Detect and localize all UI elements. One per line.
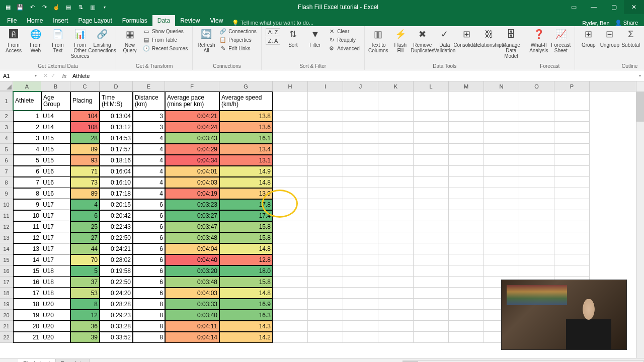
cell-K5[interactable] — [378, 144, 414, 155]
cell-B13[interactable]: U17 — [41, 232, 70, 243]
cell-B9[interactable]: U16 — [41, 188, 70, 199]
cell-G4[interactable]: 16.1 — [219, 133, 273, 144]
cell-F15[interactable]: 0:04:40 — [165, 254, 219, 265]
cell-J20[interactable] — [343, 310, 378, 321]
cell-N2[interactable] — [484, 111, 519, 122]
cell-E21[interactable]: 8 — [133, 321, 165, 332]
cell-M2[interactable] — [449, 111, 484, 122]
cell-G12[interactable]: 15.8 — [219, 221, 273, 232]
cell-G16[interactable]: 18.0 — [219, 265, 273, 277]
cell-L1[interactable] — [414, 92, 449, 111]
cell-D19[interactable]: 0:28:28 — [100, 299, 133, 310]
cell-H19[interactable] — [273, 299, 308, 310]
cell-B4[interactable]: U15 — [41, 133, 70, 144]
cell-J1[interactable] — [343, 92, 378, 111]
redo-icon[interactable]: ↷ — [40, 3, 48, 11]
cell-I1[interactable] — [308, 92, 343, 111]
row-header-2[interactable]: 2 — [0, 111, 13, 122]
cell-G15[interactable]: 12.8 — [219, 254, 273, 265]
cell-J18[interactable] — [343, 288, 378, 299]
text-to-columns-button[interactable]: ▥Text to Columns — [368, 27, 389, 54]
cell-C11[interactable]: 6 — [70, 210, 100, 221]
cell-O5[interactable] — [519, 144, 554, 155]
cell-H22[interactable] — [273, 332, 308, 343]
tab-insert[interactable]: Insert — [48, 15, 73, 26]
cell-M13[interactable] — [449, 232, 484, 243]
cell-E18[interactable]: 6 — [133, 288, 165, 299]
cell-J2[interactable] — [343, 111, 378, 122]
row-header-18[interactable]: 18 — [0, 288, 13, 299]
cell-L8[interactable] — [414, 177, 449, 188]
cell-L10[interactable] — [414, 199, 449, 210]
cell-C4[interactable]: 28 — [70, 133, 100, 144]
cell-G6[interactable]: 13.1 — [219, 155, 273, 166]
cell-B7[interactable]: U16 — [41, 166, 70, 177]
row-header-10[interactable]: 10 — [0, 199, 13, 210]
cell-J6[interactable] — [343, 155, 378, 166]
cell-C10[interactable]: 4 — [70, 199, 100, 210]
row-header-15[interactable]: 15 — [0, 254, 13, 265]
cell-D15[interactable]: 0:28:02 — [100, 254, 133, 265]
row-header-16[interactable]: 16 — [0, 265, 13, 277]
cell-G5[interactable]: 13.4 — [219, 144, 273, 155]
cell-N9[interactable] — [484, 188, 519, 199]
cell-P15[interactable] — [554, 254, 590, 265]
cell-H5[interactable] — [273, 144, 308, 155]
ribbon-options-icon[interactable]: ▭ — [564, 0, 584, 14]
cell-B8[interactable]: U16 — [41, 177, 70, 188]
cell-N8[interactable] — [484, 177, 519, 188]
col-header-M[interactable]: M — [449, 81, 484, 91]
cell-C14[interactable]: 44 — [70, 243, 100, 254]
cell-N15[interactable] — [484, 254, 519, 265]
cell-G13[interactable]: 15.8 — [219, 232, 273, 243]
cell-J14[interactable] — [343, 243, 378, 254]
advanced-button[interactable]: ⚙Advanced — [327, 44, 361, 52]
from-other-sources-button[interactable]: 📊From Other Sources — [69, 27, 91, 60]
cell-J4[interactable] — [343, 133, 378, 144]
cell-O12[interactable] — [519, 221, 554, 232]
cell-I4[interactable] — [308, 133, 343, 144]
cell-H9[interactable] — [273, 188, 308, 199]
table-icon[interactable]: ▤ — [64, 3, 72, 11]
cell-A18[interactable]: 17 — [13, 288, 41, 299]
cell-A15[interactable]: 14 — [13, 254, 41, 265]
sort-asc-button[interactable]: A↓Z — [266, 28, 281, 36]
enter-formula-icon[interactable]: ✓ — [51, 72, 55, 79]
cell-A12[interactable]: 11 — [13, 221, 41, 232]
cell-J10[interactable] — [343, 199, 378, 210]
cell-B21[interactable]: U20 — [41, 321, 70, 332]
cell-G3[interactable]: 13.6 — [219, 122, 273, 133]
cell-C19[interactable]: 8 — [70, 299, 100, 310]
cell-M3[interactable] — [449, 122, 484, 133]
cell-A22[interactable]: 21 — [13, 332, 41, 343]
cell-I20[interactable] — [308, 310, 343, 321]
new-query-button[interactable]: ▦New Query — [119, 27, 140, 54]
cell-K22[interactable] — [378, 332, 414, 343]
row-header-19[interactable]: 19 — [0, 299, 13, 310]
refresh-all-button[interactable]: 🔄Refresh All — [196, 27, 217, 54]
cell-I13[interactable] — [308, 232, 343, 243]
col-header-N[interactable]: N — [484, 81, 519, 91]
cell-H21[interactable] — [273, 321, 308, 332]
cell-L5[interactable] — [414, 144, 449, 155]
cell-A20[interactable]: 19 — [13, 310, 41, 321]
cell-P10[interactable] — [554, 199, 590, 210]
sheet-tab-raw-data[interactable]: Raw data — [56, 359, 90, 363]
cell-M8[interactable] — [449, 177, 484, 188]
cell-N11[interactable] — [484, 210, 519, 221]
row-header-1[interactable]: 1 — [0, 92, 13, 111]
cell-D1[interactable]: Time (H:M:S) — [100, 92, 133, 111]
cell-H10[interactable] — [273, 199, 308, 210]
cell-L12[interactable] — [414, 221, 449, 232]
cell-F6[interactable]: 0:04:34 — [165, 155, 219, 166]
cell-F17[interactable]: 0:03:48 — [165, 277, 219, 288]
cell-E8[interactable]: 4 — [133, 177, 165, 188]
properties-button[interactable]: 📋Properties — [218, 36, 258, 44]
cell-P7[interactable] — [554, 166, 590, 177]
cell-N1[interactable] — [484, 92, 519, 111]
cell-M10[interactable] — [449, 199, 484, 210]
ungroup-button[interactable]: ⊟Ungroup — [599, 27, 620, 49]
cell-O6[interactable] — [519, 155, 554, 166]
cell-H7[interactable] — [273, 166, 308, 177]
cell-K11[interactable] — [378, 210, 414, 221]
